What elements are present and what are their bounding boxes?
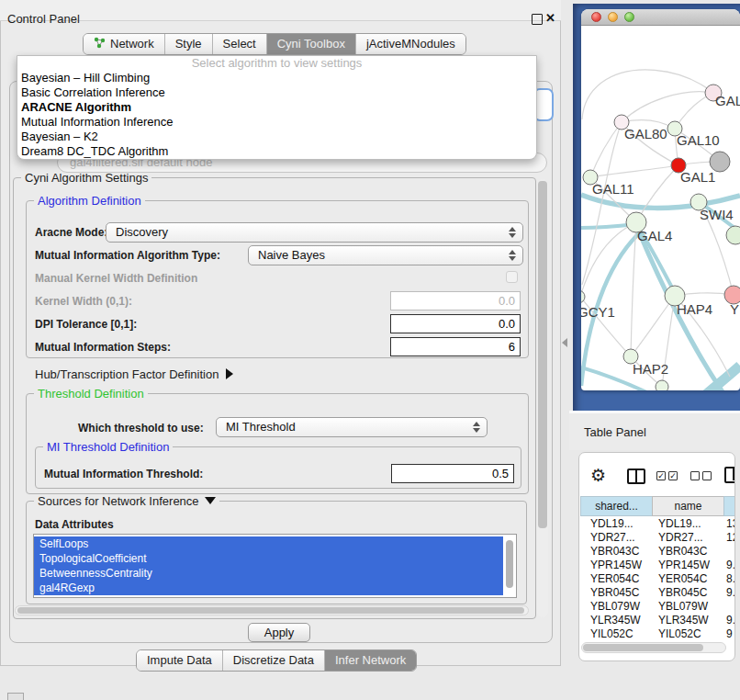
table-row[interactable]: YLR345WYLR345W9. — [579, 614, 735, 627]
tab-select[interactable]: Select — [212, 34, 266, 54]
apply-button[interactable]: Apply — [248, 623, 310, 642]
list-scrollbar-thumb[interactable] — [506, 540, 513, 588]
attribute-item-selected[interactable]: SelfLoops — [34, 536, 503, 551]
settings-horizontal-scrollbar[interactable] — [15, 605, 529, 615]
close-icon[interactable]: ✕ — [545, 11, 555, 25]
splitter-collapse-icon[interactable] — [562, 338, 567, 347]
table-row[interactable]: YDR27...YDR27...12 — [579, 531, 735, 545]
algorithm-option[interactable]: Bayesian – K2 — [17, 130, 536, 144]
algorithm-option[interactable]: ARACNE Algorithm — [17, 100, 536, 115]
tab-discretize-data[interactable]: Discretize Data — [222, 650, 324, 671]
table-horizontal-scrollbar[interactable] — [581, 642, 726, 653]
mi-threshold-field[interactable]: 0.5 — [391, 464, 514, 483]
sources-title-text: Sources for Network Inference — [38, 494, 199, 508]
minimized-panel-fragment[interactable] — [7, 693, 24, 700]
table-cell: YBL079W — [590, 600, 655, 613]
dpi-tolerance-field[interactable]: 0.0 — [390, 314, 521, 333]
settings-vertical-scrollbar[interactable] — [537, 179, 548, 617]
which-threshold-combo[interactable]: MI Threshold — [216, 417, 488, 437]
algorithm-option[interactable]: Basic Correlation Inference — [17, 85, 536, 100]
table-row[interactable]: YBR043CYBR043C — [579, 545, 735, 559]
network-edge[interactable] — [590, 165, 678, 177]
table-cell: YDL19... — [590, 517, 655, 530]
v-scrollbar-thumb[interactable] — [538, 181, 547, 528]
algorithm-option[interactable]: Bayesian – Hill Climbing — [17, 71, 536, 85]
table-row[interactable]: YBR045CYBR045C9. — [579, 586, 735, 600]
unchecked-box-icon[interactable] — [690, 471, 700, 480]
table-cell: YLR345W — [590, 614, 655, 627]
column-header-name[interactable]: name — [652, 496, 724, 516]
tab-network[interactable]: Network — [84, 34, 164, 54]
tab-jactivemnodules[interactable]: jActiveMNodules — [355, 34, 465, 54]
hub-definition-toggle[interactable]: Hub/Transcription Factor Definition — [35, 367, 233, 381]
mi-steps-label: Mutual Information Steps: — [35, 341, 171, 354]
threshold-definition-title: Threshold Definition — [34, 387, 148, 401]
gear-icon[interactable]: ⚙ — [590, 467, 606, 484]
table-h-thumb[interactable] — [583, 644, 703, 651]
table-panel-title: Table Panel — [584, 425, 646, 439]
sources-group-title[interactable]: Sources for Network Inference — [34, 494, 219, 508]
kernel-width-field[interactable]: 0.0 — [390, 291, 521, 310]
kernel-width-label: Kernel Width (0,1): — [35, 295, 132, 308]
table-row[interactable]: YPR145WYPR145W9. — [579, 559, 735, 572]
algorithm-option[interactable]: Mutual Information Inference — [17, 115, 536, 130]
tab-impute-data[interactable]: Impute Data — [137, 650, 222, 671]
table-cell: 9 — [726, 627, 735, 640]
table-cell: YBR045C — [658, 586, 723, 599]
network-node[interactable] — [656, 380, 668, 390]
mi-type-value: Naive Bayes — [258, 248, 325, 262]
table-row[interactable]: YBL079WYBL079W — [579, 600, 735, 614]
network-node[interactable] — [726, 226, 740, 244]
close-traffic-icon[interactable] — [591, 12, 601, 22]
checked-box-icon[interactable]: ✓ — [656, 471, 666, 480]
table-row[interactable]: YER054CYER054C8. — [579, 572, 735, 586]
mi-threshold-label: Mutual Information Threshold: — [44, 468, 203, 480]
unchecked-box-icon[interactable] — [702, 471, 712, 480]
spinner-arrows-icon — [473, 421, 480, 434]
checked-box-icon[interactable]: ✓ — [668, 471, 678, 480]
table-row[interactable]: YDL19...YDL19...13 — [579, 517, 735, 531]
table-cell: 9. — [726, 586, 735, 599]
zoom-traffic-icon[interactable] — [624, 12, 634, 22]
data-attributes-label: Data Attributes — [35, 518, 114, 531]
attribute-item-selected[interactable]: gal4RGexp — [34, 581, 503, 595]
attribute-item-selected[interactable]: TopologicalCoefficient — [34, 551, 503, 566]
network-edge[interactable] — [631, 296, 675, 356]
clipped-toolbar-icon[interactable] — [724, 467, 735, 483]
table-row[interactable]: YIL052CYIL052C9 — [579, 627, 735, 641]
tab-cyni-toolbox[interactable]: Cyni Toolbox — [266, 34, 355, 54]
minimize-traffic-icon[interactable] — [608, 12, 618, 22]
tab-infer-network[interactable]: Infer Network — [324, 650, 416, 671]
manual-kernel-checkbox[interactable] — [506, 271, 518, 283]
column-header-shared[interactable]: shared... — [580, 496, 653, 516]
float-window-icon[interactable] — [532, 14, 543, 25]
mi-steps-field[interactable]: 6 — [390, 337, 521, 356]
mi-type-combo[interactable]: Naive Bayes — [248, 245, 523, 265]
network-icon — [94, 37, 106, 49]
network-node-label: GCY1 — [581, 304, 615, 320]
table-cell: YDR27... — [590, 531, 655, 544]
aracne-mode-value: Discovery — [116, 225, 168, 239]
data-attributes-list[interactable]: SelfLoopsTopologicalCoefficientBetweenne… — [33, 534, 517, 598]
aracne-mode-combo[interactable]: Discovery — [106, 222, 523, 243]
table-cell: 8. — [726, 572, 735, 585]
tab-style[interactable]: Style — [164, 34, 212, 54]
network-edge[interactable] — [636, 165, 678, 222]
table-cell: YDL19... — [658, 517, 723, 530]
table-cell: YBR043C — [658, 545, 723, 558]
algorithm-dropdown-popup: Select algorithm to view settings Bayesi… — [17, 55, 537, 160]
split-columns-icon[interactable] — [627, 469, 645, 484]
network-edge[interactable] — [590, 122, 622, 177]
collapse-down-icon — [205, 497, 216, 504]
network-edge[interactable] — [622, 92, 713, 122]
attribute-item-selected[interactable]: BetweennessCentrality — [34, 566, 503, 581]
h-scrollbar-thumb[interactable] — [17, 607, 524, 614]
algorithm-option[interactable]: Dream8 DC_TDC Algorithm — [17, 144, 536, 159]
table-cell: YPR145W — [590, 559, 655, 571]
table-cell: 13 — [726, 517, 735, 530]
network-canvas[interactable]: GAL2GAL80GAL10GAL1GAL11SWI4GAL4GCY1HAP4Y… — [581, 26, 740, 390]
algorithm-dropdown-placeholder: Select algorithm to view settings — [17, 56, 536, 71]
table-cell: YBR043C — [590, 545, 655, 558]
column-header-clipped[interactable] — [723, 496, 735, 516]
network-edge[interactable] — [582, 70, 713, 119]
